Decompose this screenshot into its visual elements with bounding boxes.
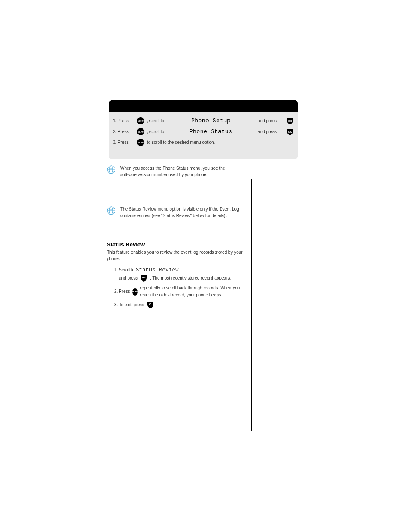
review-step-1: Scroll to Status Review and press OK . T…: [119, 266, 249, 282]
nav-step-1: 1. Press MENU , scroll to Phone Setup an…: [109, 115, 298, 126]
step-text: To exit, press: [119, 302, 144, 308]
nav-menu-label: Phone Status: [164, 128, 258, 135]
step-text: and press: [258, 129, 277, 134]
nav-step-3: 3. Press MENU to scroll to the desired m…: [109, 137, 298, 148]
step-text: Scroll to: [119, 268, 134, 272]
ok-icon: OK: [286, 117, 294, 125]
note-globe-1: When you access the Phone Status menu, y…: [106, 165, 241, 178]
ok-icon: OK: [140, 274, 148, 282]
globe-icon: [106, 165, 116, 174]
clear-icon: C: [146, 301, 154, 309]
review-steps: Scroll to Status Review and press OK . T…: [111, 266, 249, 311]
section-intro: This feature enables you to review the e…: [107, 249, 249, 262]
step-text: and press: [258, 118, 277, 123]
ok-icon: OK: [286, 128, 294, 136]
review-step-3: To exit, press C .: [119, 301, 249, 309]
nav-box-header: [109, 100, 298, 112]
note-text: The Status Review menu option is visible…: [120, 206, 241, 219]
section-heading: Status Review: [107, 241, 145, 248]
menu-icon: MENU: [137, 139, 144, 146]
step-number: 3. Press: [113, 140, 137, 145]
review-label: Status Review: [136, 267, 179, 273]
step-text: and press: [119, 275, 138, 282]
navigation-steps-box: 1. Press MENU , scroll to Phone Setup an…: [109, 100, 298, 159]
menu-icon: MENU: [137, 117, 144, 124]
step-text: to scroll to the desired menu option.: [147, 140, 277, 145]
step-text: .: [156, 302, 158, 308]
nav-step-2: 2. Press MENU , scroll to Phone Status a…: [109, 126, 298, 137]
step-number: 2. Press: [113, 129, 137, 134]
nav-menu-label: Phone Setup: [164, 118, 258, 124]
note-globe-2: The Status Review menu option is visible…: [106, 206, 241, 219]
step-text: Press: [119, 288, 130, 295]
review-step-2: Press MENU repeatedly to scroll back thr…: [119, 285, 249, 299]
menu-icon: MENU: [137, 128, 144, 135]
step-text: repeatedly to scroll back through record…: [140, 285, 249, 299]
note-text: When you access the Phone Status menu, y…: [120, 165, 241, 178]
step-text: . The most recently stored record appear…: [150, 275, 231, 282]
column-divider: [251, 179, 252, 431]
menu-icon: MENU: [132, 288, 138, 296]
step-number: 1. Press: [113, 118, 137, 123]
step-text: , scroll to: [147, 129, 164, 134]
globe-icon: [106, 206, 116, 215]
step-text: , scroll to: [147, 118, 164, 123]
